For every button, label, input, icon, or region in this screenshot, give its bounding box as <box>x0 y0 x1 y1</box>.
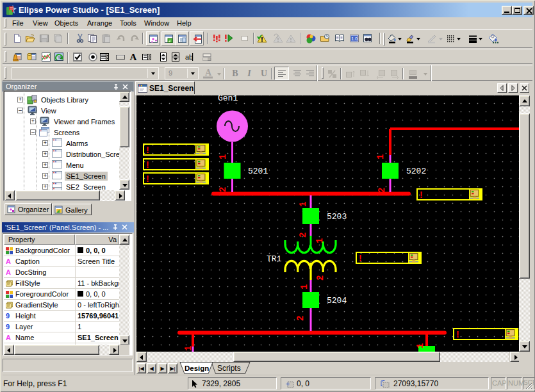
svg-text:5204: 5204 <box>327 296 347 306</box>
svg-text:1: 1 <box>315 238 325 243</box>
svg-text:Gen1: Gen1 <box>218 95 238 103</box>
svg-text:2: 2 <box>218 187 228 192</box>
svg-text:1: 1 <box>415 343 425 348</box>
svg-text:TR1: TR1 <box>267 254 282 264</box>
svg-text:5202: 5202 <box>406 167 426 176</box>
svg-text:A: A <box>130 52 137 62</box>
svg-text:Design: Design <box>185 364 209 372</box>
svg-text:%: % <box>58 55 62 60</box>
svg-text:1: 1 <box>183 346 193 351</box>
svg-text:1: 1 <box>218 154 228 159</box>
svg-text:1: 1 <box>375 154 386 159</box>
svg-text:2: 2 <box>315 275 325 281</box>
svg-text:5203: 5203 <box>327 212 347 222</box>
svg-text:1.0: 1.0 <box>351 37 358 41</box>
svg-text:1: 1 <box>299 284 309 290</box>
svg-text:Scripts: Scripts <box>217 364 241 373</box>
svg-text:2: 2 <box>377 188 387 193</box>
svg-text:5201: 5201 <box>248 167 268 176</box>
svg-text:2: 2 <box>298 233 308 238</box>
svg-text:ab: ab <box>185 53 193 61</box>
svg-text:1: 1 <box>298 202 308 207</box>
svg-text:2: 2 <box>295 316 306 321</box>
svg-text:A: A <box>205 68 212 78</box>
